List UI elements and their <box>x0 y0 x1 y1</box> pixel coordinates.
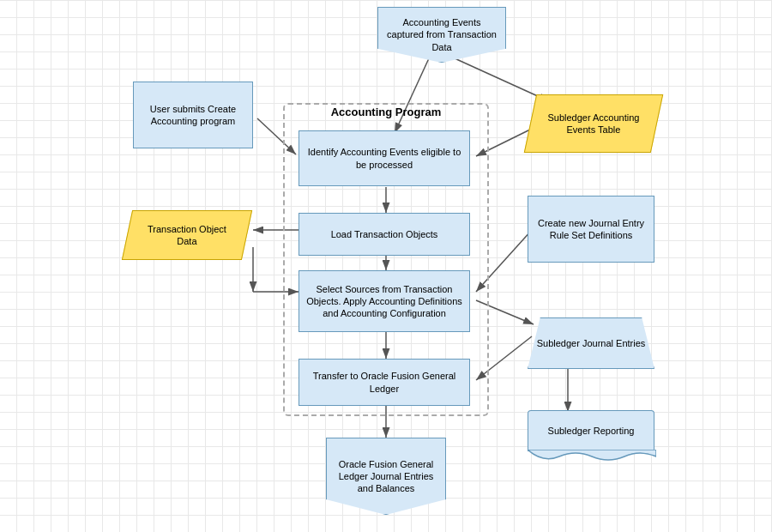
load-transaction-label: Load Transaction Objects <box>331 228 438 240</box>
subledger-reporting-label: Subledger Reporting <box>548 425 635 437</box>
create-journal-rule-label: Create new Journal Entry Rule Set Defini… <box>534 217 648 242</box>
load-transaction-box: Load Transaction Objects <box>299 213 470 256</box>
user-submits-box: User submits Create Accounting program <box>133 82 253 148</box>
transaction-object-data-label: Transaction Object Data <box>140 223 234 248</box>
subledger-journal-label: Subledger Journal Entries <box>537 337 646 349</box>
transfer-oracle-label: Transfer to Oracle Fusion General Ledger <box>305 370 464 395</box>
identify-events-box: Identify Accounting Events eligible to b… <box>299 130 470 186</box>
subledger-events-table-label: Subledger Accounting Events Table <box>543 112 644 136</box>
transaction-object-data-box: Transaction Object Data <box>122 210 252 260</box>
subledger-journal-box: Subledger Journal Entries <box>528 317 654 369</box>
select-sources-label: Select Sources from Transaction Objects.… <box>305 283 464 320</box>
subledger-reporting-box: Subledger Reporting <box>528 410 654 451</box>
oracle-fusion-gl-label: Oracle Fusion General Ledger Journal Ent… <box>332 458 440 495</box>
create-journal-rule-box: Create new Journal Entry Rule Set Defini… <box>528 196 654 263</box>
oracle-fusion-gl-box: Oracle Fusion General Ledger Journal Ent… <box>326 438 446 515</box>
transfer-oracle-box: Transfer to Oracle Fusion General Ledger <box>299 359 470 406</box>
identify-events-label: Identify Accounting Events eligible to b… <box>305 146 464 171</box>
subledger-events-table-box: Subledger Accounting Events Table <box>524 94 663 153</box>
accounting-program-title: Accounting Program <box>313 106 459 118</box>
events-captured-label: Accounting Events captured from Transact… <box>385 16 498 53</box>
user-submits-label: User submits Create Accounting program <box>139 103 247 128</box>
select-sources-box: Select Sources from Transaction Objects.… <box>299 270 470 332</box>
subledger-reporting-wave <box>528 450 656 463</box>
